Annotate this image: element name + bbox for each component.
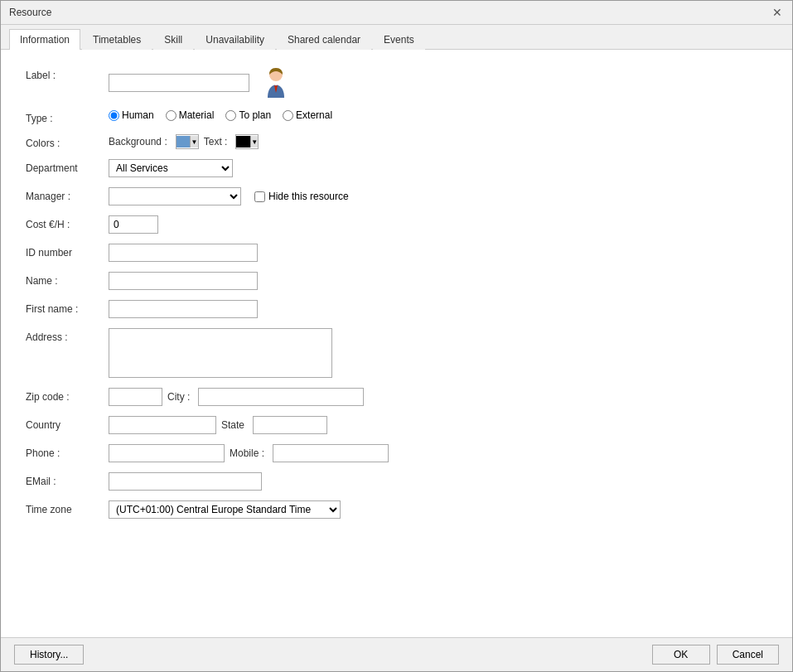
avatar-icon (263, 66, 289, 99)
radio-material-label: Material (179, 109, 215, 121)
close-button[interactable]: ✕ (771, 6, 784, 19)
tab-skill[interactable]: Skill (153, 29, 193, 50)
background-label: Background : (109, 136, 167, 147)
label-field-label: Label : (26, 66, 109, 81)
radio-external-input[interactable] (283, 110, 293, 121)
radio-to-plan-label: To plan (239, 109, 271, 121)
radio-human: Human (109, 109, 154, 121)
cost-label: Cost €/H : (26, 215, 109, 230)
email-label: EMail : (26, 472, 109, 487)
ok-button[interactable]: OK (652, 645, 710, 665)
background-color-button[interactable]: ▼ (176, 134, 199, 149)
zipcode-input[interactable] (109, 388, 162, 406)
timezone-select[interactable]: (UTC+01:00) Central Europe Standard Time… (109, 500, 341, 519)
address-controls (109, 328, 767, 378)
phone-mobile-controls: Mobile : (109, 444, 767, 462)
colors-row: Colors : Background : ▼ Text : ▼ (26, 134, 767, 149)
id-number-input[interactable] (109, 244, 258, 262)
tab-timetables[interactable]: Timetables (82, 29, 152, 50)
mobile-label: Mobile : (230, 447, 264, 459)
tab-events[interactable]: Events (373, 29, 425, 50)
id-number-label: ID number (26, 244, 109, 259)
radio-human-input[interactable] (109, 110, 119, 121)
phone-input[interactable] (109, 444, 225, 462)
label-row: Label : (26, 66, 767, 99)
name-controls (109, 272, 767, 290)
tab-unavailability[interactable]: Unavailability (195, 29, 275, 50)
history-button[interactable]: History... (14, 645, 84, 665)
email-controls (109, 472, 767, 491)
country-input[interactable] (109, 416, 216, 434)
id-number-row: ID number (26, 244, 767, 262)
radio-to-plan-input[interactable] (225, 110, 236, 121)
department-select[interactable]: All Services (109, 159, 233, 177)
type-controls: Human Material To plan External (109, 109, 767, 121)
tab-bar: Information Timetables Skill Unavailabil… (1, 25, 792, 50)
firstname-label: First name : (26, 300, 109, 315)
address-label: Address : (26, 328, 109, 343)
timezone-row: Time zone (UTC+01:00) Central Europe Sta… (26, 500, 767, 519)
hide-resource-label: Hide this resource (268, 191, 349, 202)
country-label: Country (26, 416, 109, 431)
country-state-controls: State (109, 416, 767, 434)
type-radio-group: Human Material To plan External (109, 109, 332, 121)
dialog-footer: History... OK Cancel (1, 637, 792, 671)
name-label: Name : (26, 272, 109, 287)
address-row: Address : (26, 328, 767, 378)
firstname-input[interactable] (109, 300, 258, 318)
text-color-button[interactable]: ▼ (235, 134, 259, 149)
timezone-controls: (UTC+01:00) Central Europe Standard Time… (109, 500, 767, 519)
id-number-controls (109, 244, 767, 262)
type-row: Type : Human Material To plan (26, 109, 767, 124)
tab-shared-calendar[interactable]: Shared calendar (277, 29, 371, 50)
text-color-dropdown-icon[interactable]: ▼ (250, 136, 258, 147)
department-controls: All Services (109, 159, 767, 177)
country-state-row: Country State (26, 416, 767, 434)
city-input[interactable] (198, 388, 364, 406)
zip-city-row: Zip code : City : (26, 388, 767, 406)
resource-dialog: Resource ✕ Information Timetables Skill … (0, 0, 793, 672)
label-input[interactable] (109, 74, 249, 92)
firstname-controls (109, 300, 767, 318)
type-label: Type : (26, 109, 109, 124)
colors-label: Colors : (26, 134, 109, 149)
hide-resource-checkbox[interactable] (254, 191, 265, 202)
dialog-title: Resource (9, 7, 51, 18)
state-label: State (221, 419, 244, 431)
tab-information[interactable]: Information (9, 29, 80, 50)
text-color-label: Text : (204, 136, 228, 147)
footer-right-buttons: OK Cancel (652, 645, 779, 665)
state-input[interactable] (253, 416, 327, 434)
manager-controls: Hide this resource (109, 187, 767, 205)
cost-controls (109, 215, 767, 234)
manager-select[interactable] (109, 187, 241, 205)
radio-human-label: Human (122, 109, 154, 121)
label-controls (109, 66, 767, 99)
mobile-input[interactable] (273, 444, 389, 462)
hide-resource-group: Hide this resource (254, 191, 349, 202)
cost-input[interactable] (109, 215, 158, 234)
phone-label: Phone : (26, 444, 109, 459)
email-input[interactable] (109, 472, 262, 491)
manager-label: Manager : (26, 187, 109, 202)
radio-external-label: External (296, 109, 332, 121)
city-label: City : (167, 391, 190, 403)
title-bar: Resource ✕ (1, 1, 792, 25)
address-textarea[interactable] (109, 328, 332, 378)
radio-material-input[interactable] (166, 110, 176, 121)
background-color-dropdown-icon[interactable]: ▼ (190, 136, 197, 147)
department-label: Department (26, 159, 109, 174)
background-color-swatch (176, 136, 191, 147)
firstname-row: First name : (26, 300, 767, 318)
text-color-swatch (236, 136, 250, 147)
radio-to-plan: To plan (225, 109, 271, 121)
colors-controls: Background : ▼ Text : ▼ (109, 134, 767, 149)
zip-city-controls: City : (109, 388, 767, 406)
form-content: Label : Type : (1, 50, 792, 637)
manager-row: Manager : Hide this resource (26, 187, 767, 205)
cost-row: Cost €/H : (26, 215, 767, 234)
name-input[interactable] (109, 272, 258, 290)
zipcode-label: Zip code : (26, 388, 109, 403)
cancel-button[interactable]: Cancel (717, 645, 779, 665)
department-row: Department All Services (26, 159, 767, 177)
